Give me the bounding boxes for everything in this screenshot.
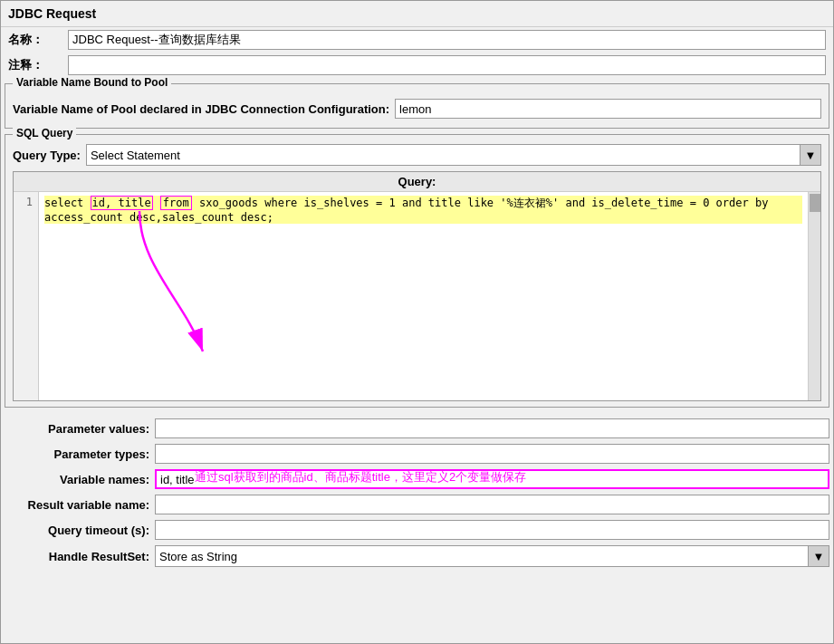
- scrollbar-thumb: [810, 194, 820, 212]
- variable-names-label: Variable names:: [5, 473, 149, 486]
- highlighted-and: and: [402, 197, 422, 209]
- parameter-types-input[interactable]: [155, 444, 829, 464]
- highlighted-id-title: id, title: [91, 196, 153, 210]
- query-timeout-label: Query timeout (s):: [5, 524, 149, 537]
- sql-query-content: Query Type: Select Statement Update Stat…: [5, 135, 829, 407]
- variable-name-group: Variable Name Bound to Pool Variable Nam…: [5, 83, 829, 129]
- result-variable-row: Result variable name:: [5, 493, 829, 516]
- handle-resultset-label: Handle ResultSet:: [5, 550, 149, 563]
- highlighted-from: from: [160, 196, 192, 210]
- query-editor-section: Query: 1 select id, title from sxo_goods…: [13, 171, 821, 401]
- result-variable-label: Result variable name:: [5, 498, 149, 512]
- variable-name-group-content: Variable Name of Pool declared in JDBC C…: [5, 84, 829, 128]
- query-timeout-row: Query timeout (s):: [5, 518, 829, 542]
- variable-name-group-title: Variable Name Bound to Pool: [13, 76, 171, 89]
- query-timeout-input[interactable]: [155, 520, 829, 540]
- parameter-values-row: Parameter values:: [5, 417, 829, 440]
- pool-label: Variable Name of Pool declared in JDBC C…: [13, 102, 389, 116]
- comment-row: 注释：: [1, 53, 833, 78]
- query-type-row: Query Type: Select Statement Update Stat…: [13, 144, 821, 166]
- name-label: 名称：: [8, 32, 62, 48]
- parameter-types-row: Parameter types:: [5, 442, 829, 466]
- query-type-select[interactable]: Select Statement Update Statement Callab…: [86, 144, 821, 166]
- sql-query-group-title: SQL Query: [13, 127, 76, 139]
- sql-query-group: SQL Query Query Type: Select Statement U…: [5, 134, 829, 408]
- query-text-area[interactable]: select id, title from sxo_goods where is…: [39, 192, 808, 400]
- query-type-select-wrapper: Select Statement Update Statement Callab…: [86, 144, 821, 166]
- handle-resultset-select-wrapper: Store as String Store as Object Count Re…: [155, 545, 829, 567]
- params-section: Parameter values: Parameter types: Varia…: [5, 413, 829, 574]
- annotation-text: 通过sql获取到的商品id、商品标题title，这里定义2个变量做保存: [195, 469, 526, 485]
- query-editor-header: Query:: [14, 172, 820, 192]
- pool-input[interactable]: [395, 99, 821, 119]
- handle-resultset-select[interactable]: Store as String Store as Object Count Re…: [155, 545, 829, 567]
- comment-input[interactable]: [68, 55, 826, 75]
- query-scrollbar[interactable]: [808, 192, 820, 400]
- line-numbers: 1: [14, 192, 39, 400]
- jdbc-request-title: JDBC Request: [8, 6, 96, 21]
- name-input[interactable]: [68, 30, 826, 50]
- query-editor-body: 1 select id, title from sxo_goods where …: [14, 192, 820, 400]
- pool-row: Variable Name of Pool declared in JDBC C…: [13, 95, 821, 122]
- parameter-values-label: Parameter values:: [5, 422, 149, 436]
- parameter-types-label: Parameter types:: [5, 447, 149, 461]
- name-row: 名称：: [1, 27, 833, 53]
- comment-label: 注释：: [8, 57, 62, 73]
- jdbc-request-header: JDBC Request: [1, 1, 833, 27]
- main-container: JDBC Request 名称： 注释： Variable Name Bound…: [0, 0, 834, 644]
- handle-resultset-row: Handle ResultSet: Store as String Store …: [5, 543, 829, 569]
- result-variable-input[interactable]: [155, 495, 829, 514]
- query-line-1: select id, title from sxo_goods where is…: [44, 196, 802, 224]
- variable-names-row: Variable names: 通过sql获取到的商品id、商品标题title，…: [5, 467, 829, 491]
- parameter-values-input[interactable]: [155, 418, 829, 438]
- query-type-label: Query Type:: [13, 149, 81, 162]
